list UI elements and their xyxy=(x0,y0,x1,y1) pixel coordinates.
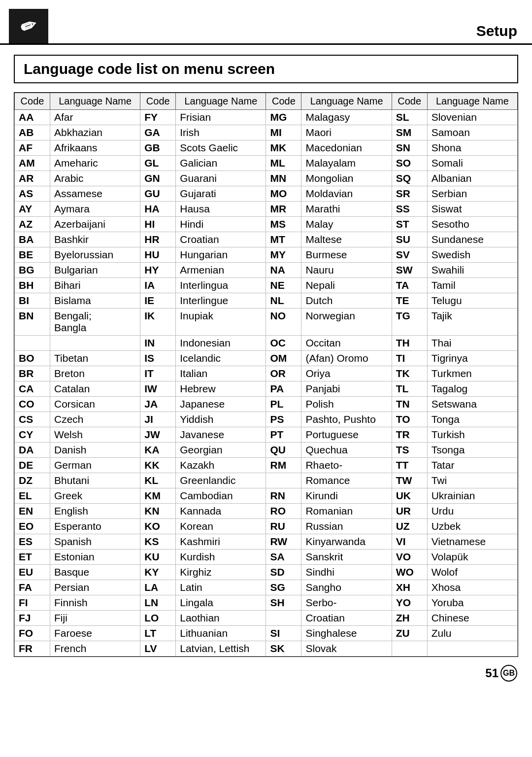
lang-cell-8-5: Maltese xyxy=(301,232,392,247)
code-cell-0-6: SL xyxy=(392,110,427,125)
code-cell-33-2: LT xyxy=(140,626,176,641)
code-cell-34-0: FR xyxy=(15,641,50,656)
lang-cell-34-3: Latvian, Lettish xyxy=(176,641,266,656)
lang-cell-25-5: Romanian xyxy=(301,504,392,519)
code-cell-32-0: FJ xyxy=(15,611,50,626)
lang-cell-18-3: Japanese xyxy=(176,397,266,412)
page-title: Language code list on menu screen xyxy=(24,61,508,77)
lang-cell-13-5: Norwegian xyxy=(301,309,392,336)
lang-cell-17-5: Panjabi xyxy=(301,381,392,397)
lang-cell-15-3: Icelandic xyxy=(176,351,266,366)
col-header-code-2: Code xyxy=(140,93,176,110)
code-cell-0-0: AA xyxy=(15,110,50,125)
code-cell-33-0: FO xyxy=(15,626,50,641)
code-cell-27-2: KS xyxy=(140,534,176,550)
code-cell-21-0: DA xyxy=(15,443,50,458)
lang-cell-8-1: Bashkir xyxy=(50,232,140,247)
table-row: DZBhutaniKLGreenlandicRomanceTWTwi xyxy=(15,473,518,488)
code-cell-31-6: YO xyxy=(392,595,427,611)
col-header-lang-1: Language Name xyxy=(50,93,140,110)
lang-cell-19-5: Pashto, Pushto xyxy=(301,412,392,427)
lang-cell-30-5: Sangho xyxy=(301,580,392,595)
lang-cell-11-1: Bihari xyxy=(50,278,140,293)
lang-cell-22-3: Kazakh xyxy=(176,458,266,473)
code-cell-9-0: BE xyxy=(15,247,50,263)
lang-cell-20-1: Welsh xyxy=(50,427,140,443)
language-code-table: Code Language Name Code Language Name Co… xyxy=(14,93,518,656)
lang-cell-19-1: Czech xyxy=(50,412,140,427)
header-title: Setup xyxy=(476,23,517,43)
table-row: ELGreekKMCambodianRNKirundiUKUkrainian xyxy=(15,488,518,504)
lang-cell-5-1: Assamese xyxy=(50,186,140,202)
logo: ✏ xyxy=(9,9,48,43)
lang-cell-15-7: Tigrinya xyxy=(427,351,517,366)
lang-cell-33-5: Singhalese xyxy=(301,626,392,641)
lang-cell-18-7: Setswana xyxy=(427,397,517,412)
lang-cell-20-5: Portuguese xyxy=(301,427,392,443)
lang-cell-15-1: Tibetan xyxy=(50,351,140,366)
lang-cell-7-1: Azerbaijani xyxy=(50,217,140,232)
lang-cell-22-7: Tatar xyxy=(427,458,517,473)
code-cell-9-2: HU xyxy=(140,247,176,263)
code-cell-20-2: JW xyxy=(140,427,176,443)
table-row: AAAfarFYFrisianMGMalagasySLSlovenian xyxy=(15,110,518,125)
lang-cell-33-3: Lithuanian xyxy=(176,626,266,641)
code-cell-13-4: NO xyxy=(266,309,301,336)
lang-cell-2-3: Scots Gaelic xyxy=(176,140,266,156)
code-cell-16-2: IT xyxy=(140,366,176,381)
code-cell-1-0: AB xyxy=(15,125,50,140)
code-cell-29-4: SD xyxy=(266,565,301,580)
code-cell-26-6: UZ xyxy=(392,519,427,534)
lang-cell-4-1: Arabic xyxy=(50,171,140,186)
code-cell-18-4: PL xyxy=(266,397,301,412)
lang-cell-32-5: Croatian xyxy=(301,611,392,626)
code-cell-20-4: PT xyxy=(266,427,301,443)
code-cell-16-4: OR xyxy=(266,366,301,381)
table-row: EUBasqueKYKirghizSDSindhiWOWolof xyxy=(15,565,518,580)
code-cell-5-6: SR xyxy=(392,186,427,202)
lang-cell-17-3: Hebrew xyxy=(176,381,266,397)
code-cell-5-0: AS xyxy=(15,186,50,202)
lang-cell-15-5: (Afan) Oromo xyxy=(301,351,392,366)
lang-cell-10-1: Bulgarian xyxy=(50,263,140,278)
code-cell-13-6: TG xyxy=(392,309,427,336)
code-cell-20-6: TR xyxy=(392,427,427,443)
code-cell-3-6: SO xyxy=(392,156,427,171)
table-row: EOEsperantoKOKoreanRURussianUZUzbek xyxy=(15,519,518,534)
code-cell-6-6: SS xyxy=(392,202,427,217)
lang-cell-25-7: Urdu xyxy=(427,504,517,519)
lang-cell-7-3: Hindi xyxy=(176,217,266,232)
code-cell-22-2: KK xyxy=(140,458,176,473)
lang-cell-13-7: Tajik xyxy=(427,309,517,336)
code-cell-30-4: SG xyxy=(266,580,301,595)
lang-cell-27-5: Kinyarwanda xyxy=(301,534,392,550)
table-row: ETEstonianKUKurdishSASanskritVOVolapük xyxy=(15,550,518,565)
table-row: AZAzerbaijaniHIHindiMSMalaySTSesotho xyxy=(15,217,518,232)
code-cell-9-6: SV xyxy=(392,247,427,263)
lang-cell-10-3: Armenian xyxy=(176,263,266,278)
lang-cell-5-7: Serbian xyxy=(427,186,517,202)
lang-cell-12-1: Bislama xyxy=(50,293,140,309)
lang-cell-14-1 xyxy=(50,336,140,351)
lang-cell-32-3: Laothian xyxy=(176,611,266,626)
table-row: AMAmeharicGLGalicianMLMalayalamSOSomali xyxy=(15,156,518,171)
lang-cell-6-5: Marathi xyxy=(301,202,392,217)
code-cell-2-0: AF xyxy=(15,140,50,156)
lang-cell-34-7 xyxy=(427,641,517,656)
code-cell-32-4 xyxy=(266,611,301,626)
table-row: ASAssameseGUGujaratiMOMoldavianSRSerbian xyxy=(15,186,518,202)
lang-cell-8-7: Sundanese xyxy=(427,232,517,247)
lang-cell-23-5: Romance xyxy=(301,473,392,488)
code-cell-7-4: MS xyxy=(266,217,301,232)
code-cell-27-4: RW xyxy=(266,534,301,550)
code-cell-33-4: SI xyxy=(266,626,301,641)
table-row: BIBislamaIEInterlingueNLDutchTETelugu xyxy=(15,293,518,309)
lang-cell-32-7: Chinese xyxy=(427,611,517,626)
lang-cell-11-5: Nepali xyxy=(301,278,392,293)
lang-cell-31-5: Serbo- xyxy=(301,595,392,611)
code-cell-28-0: ET xyxy=(15,550,50,565)
lang-cell-31-1: Finnish xyxy=(50,595,140,611)
code-cell-25-0: EN xyxy=(15,504,50,519)
table-row: BHBihariIAInterlinguaNENepaliTATamil xyxy=(15,278,518,293)
code-cell-34-4: SK xyxy=(266,641,301,656)
